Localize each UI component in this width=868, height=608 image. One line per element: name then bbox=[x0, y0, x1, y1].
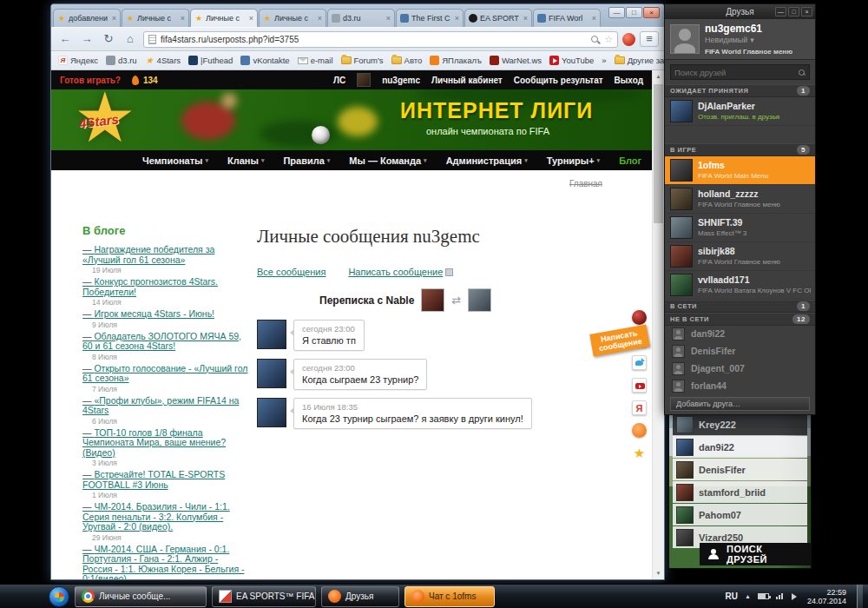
finder-row[interactable]: DenisFifer bbox=[673, 459, 807, 480]
blog-link[interactable]: Обладатель ЗОЛОТОГО МЯЧА 59, 60 и 61 сез… bbox=[82, 331, 241, 352]
blog-link[interactable]: ЧМ-2014. Бразилия - Чили - 1:1. Серия пе… bbox=[82, 501, 230, 532]
taskbar-button-fifa[interactable]: EA SPORTS™ FIFA... bbox=[212, 586, 316, 607]
browser-tab[interactable]: Личные с× bbox=[122, 9, 189, 27]
report-result-link[interactable]: Сообщить результат bbox=[514, 76, 603, 85]
browser-tab[interactable]: The First C× bbox=[396, 9, 464, 27]
bookmark-item[interactable]: YouTube bbox=[549, 56, 594, 65]
tab-close-icon[interactable]: × bbox=[386, 14, 391, 23]
blog-link[interactable]: Награждение победителя за «Лучший гол 61… bbox=[82, 244, 214, 265]
friend-row[interactable]: holland_zzzzz FIFA World Главное меню bbox=[665, 185, 815, 214]
sender-avatar[interactable] bbox=[257, 359, 286, 388]
tab-close-icon[interactable]: × bbox=[112, 14, 116, 23]
yandex-icon[interactable] bbox=[632, 400, 647, 415]
bookmark-item[interactable]: ЯПлакалъ bbox=[430, 56, 482, 65]
other-bookmarks[interactable]: Другие закладки bbox=[615, 56, 664, 65]
bookmark-item[interactable]: 4Stars bbox=[145, 56, 181, 65]
revoke-invite-link[interactable]: Отозв. приглаш. в друзья bbox=[698, 113, 811, 121]
browser-tab[interactable]: d3.ru× bbox=[327, 9, 395, 27]
bookmark-item[interactable]: d3.ru bbox=[106, 56, 137, 65]
tab-close-icon[interactable]: × bbox=[249, 14, 253, 23]
forward-button[interactable]: → bbox=[78, 30, 95, 48]
blog-link[interactable]: «Профи клубы», режим FIFA14 на 4Stars bbox=[82, 395, 239, 416]
nav-blog[interactable]: Блог bbox=[619, 155, 641, 166]
extension-icon[interactable] bbox=[622, 33, 635, 46]
search-icon[interactable] bbox=[590, 35, 600, 44]
nav-rules[interactable]: Правила▾ bbox=[283, 155, 330, 166]
bookmark-item[interactable]: e-mail bbox=[298, 56, 333, 65]
scroll-down-button[interactable]: ▼ bbox=[653, 567, 664, 579]
friends-search[interactable] bbox=[670, 64, 810, 80]
friend-row[interactable]: vvllaadd171 FIFA World Ватага Клоунов V … bbox=[665, 271, 815, 300]
nav-team[interactable]: Мы — Команда▾ bbox=[349, 155, 426, 166]
friend-row-selected[interactable]: 1ofms FIFA World Main Menu bbox=[665, 156, 815, 185]
conversation-avatar[interactable] bbox=[468, 288, 491, 312]
bookmarks-overflow-chevron[interactable]: » bbox=[602, 56, 606, 65]
conversation-avatar[interactable] bbox=[421, 288, 444, 312]
reload-button[interactable]: ↻ bbox=[100, 30, 117, 48]
breadcrumb-home[interactable]: Главная bbox=[569, 179, 602, 188]
friend-row[interactable]: DjAlanParker Отозв. приглаш. в друзья bbox=[665, 97, 815, 126]
opera-icon[interactable] bbox=[632, 310, 647, 325]
sender-avatar[interactable] bbox=[257, 398, 286, 427]
browser-tab[interactable]: добавлени× bbox=[53, 9, 121, 27]
logout-link[interactable]: Выход bbox=[615, 76, 643, 85]
section-ingame[interactable]: В ИГРЕ5 bbox=[665, 143, 815, 156]
finder-row[interactable]: Krey222 bbox=[673, 413, 807, 435]
minimize-button[interactable]: — bbox=[775, 7, 786, 17]
tab-close-icon[interactable]: × bbox=[455, 14, 459, 23]
cabinet-link[interactable]: Личный кабинет bbox=[431, 76, 503, 85]
friends-search-input[interactable] bbox=[674, 68, 795, 77]
minimize-button[interactable]: — bbox=[608, 7, 625, 18]
all-messages-link[interactable]: Все сообщения bbox=[257, 267, 326, 277]
back-button[interactable]: ← bbox=[56, 30, 74, 48]
offline-friend-row[interactable]: Djagent_007 bbox=[665, 360, 815, 378]
scrollbar[interactable]: ▲ ▼ bbox=[652, 70, 664, 579]
friend-row[interactable]: sibirjk88 FIFA World Главное меню bbox=[665, 242, 815, 271]
browser-tab[interactable]: EA SPORT× bbox=[464, 9, 532, 27]
menu-button[interactable]: ≡ bbox=[640, 31, 659, 47]
finder-row[interactable]: dan9i22 bbox=[673, 436, 807, 458]
blog-link[interactable]: Игрок месяца 4Stars - Июнь! bbox=[82, 308, 214, 319]
favorites-star-icon[interactable] bbox=[632, 446, 647, 460]
nav-clans[interactable]: Кланы▾ bbox=[227, 155, 264, 166]
friend-row[interactable]: SHNIFT.39 Mass Effect™ 3 bbox=[665, 214, 815, 242]
friends-titlebar[interactable]: Друзья — □ × bbox=[665, 4, 815, 19]
odnoklassniki-icon[interactable] bbox=[632, 423, 647, 438]
blog-link[interactable]: Открыто голосование - «Лучший гол 61 сез… bbox=[82, 363, 247, 384]
pm-link[interactable]: ЛС bbox=[333, 76, 345, 85]
twitter-icon[interactable] bbox=[632, 355, 647, 370]
sender-avatar[interactable] bbox=[257, 320, 286, 349]
bookmark-item[interactable]: vKontakte bbox=[240, 56, 289, 65]
browser-tab-active[interactable]: Личные с× bbox=[190, 9, 258, 27]
volume-icon[interactable] bbox=[792, 593, 800, 600]
clock[interactable]: 22:59 24.07.2014 bbox=[807, 588, 846, 605]
nav-tournaments[interactable]: Турниры+▾ bbox=[547, 155, 600, 166]
finder-row[interactable]: Pahom07 bbox=[673, 504, 807, 525]
show-desktop-button[interactable] bbox=[857, 585, 863, 608]
blog-link[interactable]: Конкурс прогнозистов 4Stars. Победители! bbox=[82, 276, 218, 297]
avatar[interactable] bbox=[670, 24, 700, 54]
taskbar-button-chat[interactable]: Чат с 1ofms bbox=[404, 586, 495, 607]
maximize-button[interactable]: □ bbox=[626, 7, 642, 18]
url-text[interactable]: fifa4stars.ru/userposts.php?id=3755 bbox=[161, 35, 586, 44]
scroll-up-button[interactable]: ▲ bbox=[653, 70, 664, 83]
tab-close-icon[interactable]: × bbox=[318, 14, 322, 23]
offline-friend-row[interactable]: dan9i22 bbox=[665, 326, 815, 343]
section-pending[interactable]: ОЖИДАЕТ ПРИНЯТИЯ1 bbox=[665, 84, 815, 97]
bookmark-item[interactable]: WarNet.ws bbox=[490, 56, 542, 65]
finder-row[interactable]: stamford_briid bbox=[673, 481, 807, 503]
bookmark-star-icon[interactable]: ☆ bbox=[604, 34, 613, 45]
add-friend-button[interactable]: Добавить друга… bbox=[670, 397, 810, 411]
offline-friend-row[interactable]: DenisFifer bbox=[665, 343, 815, 360]
hidden-icons-arrow[interactable]: ▲ bbox=[745, 593, 751, 599]
start-button[interactable] bbox=[49, 586, 69, 607]
offline-friend-row[interactable]: forlan44 bbox=[665, 378, 815, 395]
tab-close-icon[interactable]: × bbox=[181, 14, 185, 23]
tab-close-icon[interactable]: × bbox=[523, 14, 528, 23]
nav-championships[interactable]: Чемпионаты▾ bbox=[142, 155, 208, 166]
status-dropdown[interactable]: Невидимый▾ bbox=[705, 36, 754, 44]
section-offline[interactable]: НЕ В СЕТИ12 bbox=[665, 313, 815, 326]
youtube-icon[interactable] bbox=[632, 378, 647, 393]
close-button[interactable]: × bbox=[643, 7, 660, 18]
bookmark-item[interactable]: Forum's bbox=[341, 56, 384, 65]
